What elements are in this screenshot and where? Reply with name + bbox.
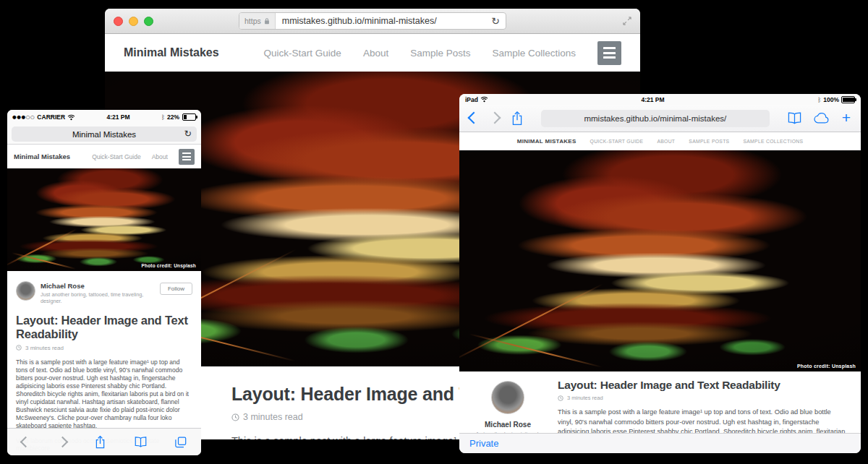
tabs-icon [175, 437, 187, 448]
nav-link-about[interactable]: About [657, 139, 675, 144]
tabs-button[interactable] [175, 437, 187, 448]
reading-time: 3 minutes read [243, 412, 303, 422]
hamburger-icon [182, 152, 191, 154]
site-brand-link[interactable]: Minimal Mistakes [517, 138, 576, 145]
https-badge: https [239, 13, 276, 29]
reading-time: 3 minutes read [567, 395, 603, 401]
menu-button[interactable] [179, 149, 195, 165]
forward-button[interactable] [59, 436, 67, 449]
window-controls [114, 17, 153, 26]
battery-percent: 22% [167, 113, 179, 121]
safari-toolbar [7, 428, 201, 455]
page-title: Minimal Mistakes [72, 130, 136, 139]
device-label: iPad [465, 96, 478, 103]
new-tab-button[interactable]: + [842, 110, 851, 125]
iphone-url-row: Minimal Mistakes ↻ [7, 124, 201, 145]
reload-icon[interactable]: ↻ [184, 129, 192, 139]
nav-link-about[interactable]: About [152, 153, 168, 160]
menu-button[interactable] [597, 41, 621, 65]
nav-link-sample-posts[interactable]: Sample Posts [410, 48, 470, 59]
bluetooth-icon: ᛒ [161, 113, 165, 121]
composite-screenshot: { "site": { "brand": "Minimal Mistakes",… [0, 0, 868, 464]
browser-chrome-bar: https mmistakes.github.io/minimal-mistak… [105, 9, 640, 34]
nav-link-sample-collections[interactable]: Sample Collections [492, 48, 576, 59]
post-meta: 3 minutes read [16, 345, 192, 351]
carrier-label: CARRIER [37, 113, 65, 121]
bookmarks-icon [135, 437, 147, 447]
battery-icon [182, 113, 196, 121]
leaf-stem [12, 252, 76, 270]
leaf-stem [469, 334, 603, 369]
follow-button[interactable]: Follow [160, 283, 192, 295]
ipad-address-bar[interactable]: mmistakes.github.io/minimal-mistakes/ [541, 110, 770, 127]
fullscreen-toggle-icon[interactable] [623, 17, 631, 25]
iphone-article: Michael Rose Just another boring, tattoo… [7, 271, 201, 452]
nav-link-quick-start[interactable]: Quick-Start Guide [264, 48, 341, 59]
bookmarks-button[interactable] [135, 437, 147, 447]
header-image: Photo credit: Unsplash [459, 150, 861, 371]
ipad-safari: iPad 4:21 PM ᛒ 100% mmistakes.github.io/… [459, 94, 861, 453]
nav-link-sample-collections[interactable]: Sample Collections [743, 139, 803, 144]
author-name: Michael Rose [41, 282, 160, 290]
private-button[interactable]: Private [469, 438, 498, 449]
author-name: Michael Rose [468, 421, 548, 429]
header-image: Photo credit: Unsplash [7, 168, 201, 271]
status-time: 4:21 PM [488, 96, 817, 103]
site-brand-link[interactable]: Minimal Mistakes [124, 46, 219, 59]
back-button[interactable] [469, 112, 478, 125]
share-button[interactable] [511, 111, 523, 126]
photo-credit: Photo credit: Unsplash [797, 364, 856, 369]
forward-button[interactable] [490, 112, 499, 125]
post-title: Layout: Header Image and Text Readabilit… [16, 314, 192, 341]
clock-icon [231, 413, 239, 421]
nav-link-quick-start[interactable]: Quick-Start Guide [92, 153, 141, 160]
close-window-icon[interactable] [114, 17, 123, 26]
private-browsing-bar: Private [459, 433, 861, 453]
url-text: mmistakes.github.io/minimal-mistakes/ [584, 114, 726, 123]
https-label: https [244, 17, 261, 25]
icloud-tabs-button[interactable] [814, 113, 830, 124]
share-icon [95, 435, 106, 449]
reading-time: 3 minutes read [25, 345, 64, 351]
post-meta: 3 minutes read [558, 395, 848, 401]
clock-icon [16, 345, 22, 351]
nav-link-about[interactable]: About [363, 48, 388, 59]
zoom-window-icon[interactable] [144, 17, 153, 26]
address-bar[interactable]: https mmistakes.github.io/minimal-mistak… [239, 12, 506, 30]
wifi-icon [67, 114, 75, 121]
avatar [16, 281, 35, 301]
hamburger-icon [603, 47, 616, 49]
ipad-site-nav: Minimal Mistakes Quick-Start Guide About… [459, 132, 861, 150]
nav-link-quick-start[interactable]: Quick-Start Guide [590, 139, 644, 144]
iphone-address-bar[interactable]: Minimal Mistakes ↻ [12, 126, 197, 142]
cloud-icon [814, 113, 830, 124]
avatar [491, 381, 524, 414]
bookmarks-button[interactable] [788, 112, 801, 124]
safari-toolbar: mmistakes.github.io/minimal-mistakes/ + [459, 105, 861, 132]
battery-percent: 100% [823, 96, 839, 103]
bluetooth-icon: ᛒ [817, 96, 821, 103]
iphone-site-nav: Minimal Mistakes Quick-Start Guide About [7, 145, 201, 168]
nav-link-sample-posts[interactable]: Sample Posts [689, 139, 729, 144]
desktop-site-nav: Minimal Mistakes Quick-Start Guide About… [105, 34, 640, 72]
bookmarks-icon [788, 112, 801, 124]
site-brand-link[interactable]: Minimal Mistakes [14, 152, 70, 160]
battery-icon [841, 96, 855, 103]
back-button[interactable] [22, 436, 30, 449]
iphone-safari: ●●●○○ CARRIER 4:21 PM ᛒ 22% Minimal Mist… [7, 110, 201, 455]
post-body: This is a sample post with a large featu… [16, 358, 192, 431]
author-row: Michael Rose Just another boring, tattoo… [16, 281, 192, 304]
minimize-window-icon[interactable] [129, 17, 138, 26]
status-time: 4:21 PM [75, 113, 161, 121]
ipad-status-bar: iPad 4:21 PM ᛒ 100% [459, 94, 861, 105]
lock-icon [264, 17, 270, 25]
reload-icon[interactable]: ↻ [491, 16, 506, 26]
wifi-icon [480, 96, 488, 103]
signal-strength-icon: ●●●○○ [12, 114, 35, 120]
clock-icon [558, 395, 563, 401]
post-title: Layout: Header Image and Text Readabilit… [558, 379, 848, 392]
author-bio: Just another boring, tattooed, time trav… [41, 291, 160, 304]
share-icon [511, 111, 523, 126]
share-button[interactable] [95, 435, 106, 449]
url-text[interactable]: mmistakes.github.io/minimal-mistakes/ [276, 16, 492, 26]
